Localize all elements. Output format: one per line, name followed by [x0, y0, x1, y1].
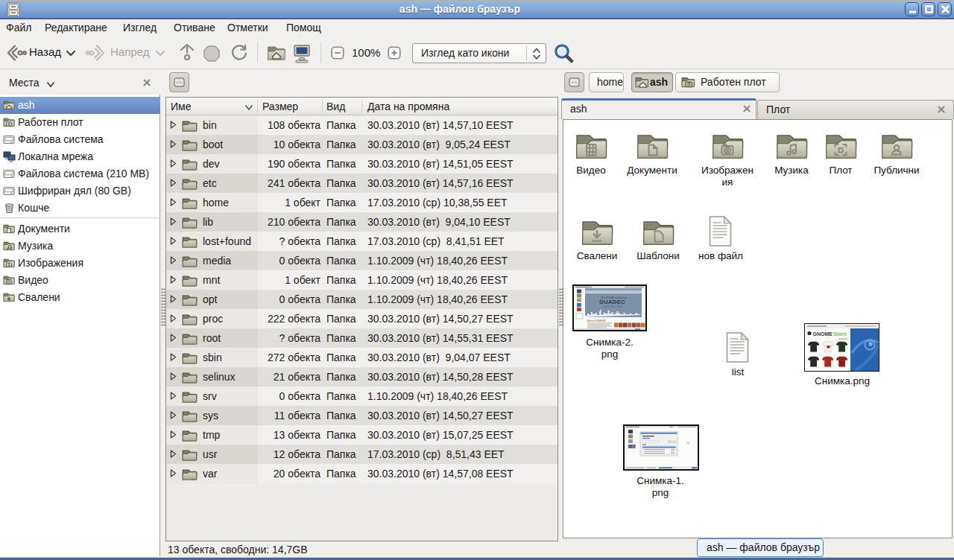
svg-text:Store: Store	[833, 331, 847, 337]
svg-text:About GUADEC: About GUADEC	[587, 319, 607, 322]
svg-text:GUADEC: GUADEC	[599, 299, 625, 305]
svg-text:GNOME: GNOME	[813, 331, 833, 337]
svg-text:July 24-30th, 2010: July 24-30th, 2010	[602, 305, 622, 308]
